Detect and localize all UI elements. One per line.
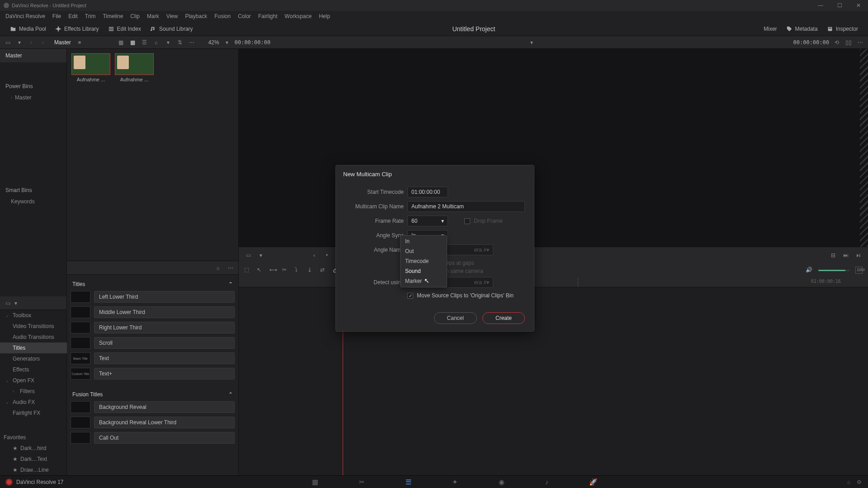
mute-icon[interactable]: 🔊: [806, 267, 813, 274]
fx-cat-audio-transitions[interactable]: Audio Transitions: [0, 332, 67, 343]
clip-thumbnail[interactable]: Aufnahme ...: [71, 53, 110, 82]
fx-item[interactable]: Scroll: [71, 336, 235, 350]
maximize-button[interactable]: ☐: [830, 0, 849, 11]
zoom-percent[interactable]: 42%: [208, 39, 219, 46]
menu-fairlight[interactable]: Fairlight: [255, 13, 281, 19]
metadata-toggle[interactable]: Metadata: [782, 22, 822, 36]
media-pool-toggle[interactable]: Media Pool: [5, 22, 51, 36]
favorite-3[interactable]: ★ Draw…Line: [0, 465, 67, 475]
deliver-page-tab[interactable]: 🚀: [589, 478, 598, 486]
bin-view-icon[interactable]: ▭: [4, 38, 12, 47]
fx-item[interactable]: Middle Lower Third: [71, 305, 235, 319]
effects-list[interactable]: Titles⌃ Left Lower Third Middle Lower Th…: [67, 275, 238, 475]
out-icon[interactable]: ⏯: [854, 251, 863, 259]
dropdown-item-marker[interactable]: Marker: [401, 276, 447, 286]
overwrite-icon[interactable]: ⤓: [307, 267, 315, 274]
sync-icon[interactable]: ⟲: [833, 38, 841, 47]
fx-item[interactable]: Background Reveal: [71, 400, 235, 414]
chevron-down-icon[interactable]: ▾: [164, 38, 172, 47]
fx-cat-audio-fx[interactable]: ⌄Audio FX: [0, 397, 67, 408]
nav-fwd-icon[interactable]: ›: [39, 38, 47, 47]
bin-master-header[interactable]: Master: [0, 49, 66, 62]
dropdown-item-timecode[interactable]: Timecode: [401, 256, 447, 266]
collapse-icon[interactable]: ⌃: [228, 391, 233, 398]
menu-clip[interactable]: Clip: [127, 13, 143, 19]
start-timecode-field[interactable]: 01:00:00:00: [407, 187, 448, 197]
fx-cat-fairlight-fx[interactable]: Fairlight FX: [0, 408, 67, 418]
trim-tool-icon[interactable]: ⟷: [269, 267, 277, 274]
menu-fusion[interactable]: Fusion: [211, 13, 234, 19]
chevron-down-icon[interactable]: ▾: [15, 38, 24, 47]
mixer-toggle[interactable]: Mixer: [750, 22, 781, 36]
color-page-tab[interactable]: ◉: [499, 478, 505, 486]
menu-help[interactable]: Help: [315, 13, 334, 19]
timeline-ruler[interactable]: 01:00:00:16: [239, 277, 868, 287]
clip-thumb-2[interactable]: [115, 53, 154, 75]
menu-workspace[interactable]: Workspace: [281, 13, 316, 19]
replace-icon[interactable]: ⇄: [320, 267, 327, 274]
fx-group-fusion-titles[interactable]: Fusion Titles⌃: [71, 389, 235, 400]
menu-trim[interactable]: Trim: [81, 13, 99, 19]
fairlight-page-tab[interactable]: ♪: [545, 478, 549, 486]
menu-color[interactable]: Color: [234, 13, 255, 19]
chevron-down-icon[interactable]: ▾: [528, 38, 536, 47]
dropdown-item-in[interactable]: In: [401, 236, 447, 246]
blade-tool-icon[interactable]: ✂: [282, 267, 289, 274]
timeline-area[interactable]: 01:00:00:16: [239, 277, 868, 475]
fx-item[interactable]: Background Reveal Lower Third: [71, 416, 235, 429]
fx-item[interactable]: Custom TitleText+: [71, 367, 235, 380]
favorite-1[interactable]: ★ Dark…hird: [0, 443, 67, 454]
fx-cat-toolbox[interactable]: ⌄Toolbox: [0, 310, 67, 321]
menu-timeline[interactable]: Timeline: [99, 13, 127, 19]
clip-thumbnail[interactable]: Aufnahme ...: [115, 53, 154, 82]
selection-tool-icon[interactable]: ⬚: [244, 267, 251, 274]
fx-group-titles[interactable]: Titles⌃: [71, 278, 235, 290]
more-icon[interactable]: ⋯: [226, 264, 235, 272]
bin-view-icon[interactable]: ▭: [4, 299, 12, 307]
fx-cat-filters[interactable]: ›Filters: [0, 386, 67, 397]
frame-rate-select[interactable]: 60▾: [407, 216, 448, 226]
fx-item[interactable]: Basic TitleText: [71, 352, 235, 365]
jog-dot-icon[interactable]: •: [323, 251, 331, 259]
search-icon[interactable]: ⌕: [214, 264, 222, 272]
fx-item[interactable]: Call Out: [71, 431, 235, 445]
fx-item[interactable]: Left Lower Third: [71, 290, 235, 304]
menu-mark[interactable]: Mark: [143, 13, 163, 19]
search-icon[interactable]: ⌕: [152, 38, 160, 47]
media-pool-clips[interactable]: Aufnahme ... Aufnahme ...: [67, 49, 238, 261]
chevron-down-icon[interactable]: ▾: [257, 251, 265, 259]
minimize-button[interactable]: —: [811, 0, 830, 11]
menu-playback[interactable]: Playback: [181, 13, 211, 19]
menu-app[interactable]: DaVinci Resolve: [2, 13, 49, 19]
sound-library-toggle[interactable]: Sound Library: [146, 22, 198, 36]
clip-name-field[interactable]: Aufnahme 2 Multicam: [407, 201, 525, 212]
sort-icon[interactable]: ⇅: [176, 38, 184, 47]
dim-icon[interactable]: DIM: [855, 267, 863, 274]
chevron-down-icon[interactable]: ▾: [223, 38, 231, 47]
drop-frame-checkbox[interactable]: [464, 218, 470, 224]
menu-view[interactable]: View: [163, 13, 182, 19]
create-button[interactable]: Create: [482, 312, 525, 324]
cut-page-tab[interactable]: ✂: [359, 478, 365, 486]
menu-file[interactable]: File: [49, 13, 65, 19]
prev-edit-icon[interactable]: ‹: [310, 251, 318, 259]
fusion-page-tab[interactable]: ✦: [452, 478, 458, 486]
edit-index-toggle[interactable]: Edit Index: [104, 22, 146, 36]
home-icon[interactable]: ⌂: [847, 479, 850, 485]
more-icon[interactable]: ⋯: [188, 38, 196, 47]
nav-back-icon[interactable]: ‹: [27, 38, 35, 47]
fx-cat-open-fx[interactable]: ⌄Open FX: [0, 375, 67, 386]
volume-slider[interactable]: [818, 270, 850, 271]
list-view-icon[interactable]: ☰: [141, 38, 149, 47]
close-button[interactable]: ✕: [849, 0, 868, 11]
fx-cat-effects[interactable]: Effects: [0, 364, 67, 375]
dropdown-item-sound[interactable]: Sound: [401, 266, 447, 276]
menu-edit[interactable]: Edit: [65, 13, 81, 19]
fx-item[interactable]: Right Lower Third: [71, 321, 235, 334]
chevron-down-icon[interactable]: ▾: [12, 299, 20, 307]
match-frame-icon[interactable]: ⊟: [829, 251, 837, 259]
viewer-mode-icon[interactable]: ▭: [244, 251, 252, 259]
settings-icon[interactable]: ⚙: [857, 479, 862, 485]
cancel-button[interactable]: Cancel: [434, 312, 477, 324]
clip-thumb-1[interactable]: [71, 53, 110, 75]
